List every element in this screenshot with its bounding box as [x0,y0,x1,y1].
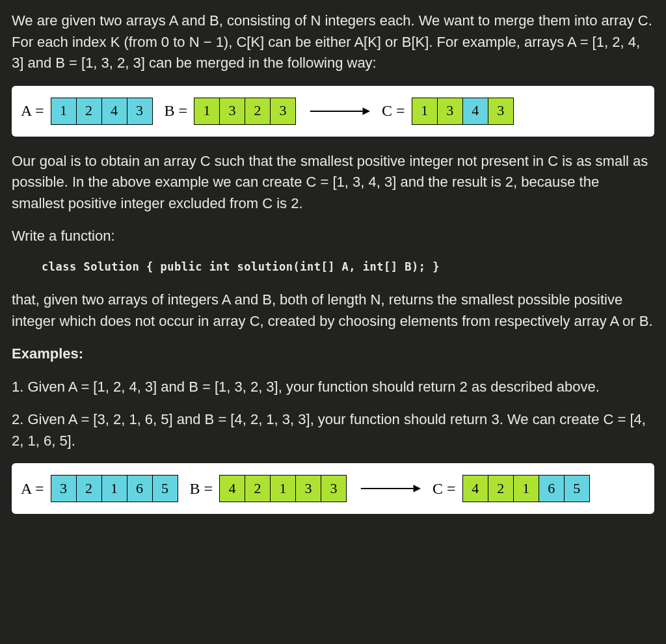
function-signature-code: class Solution { public int solution(int… [42,259,654,275]
diagram1-array-C: C = 1343 [382,98,514,125]
array-cell: 1 [513,475,539,502]
svg-marker-1 [363,107,371,115]
example-2: 2. Given A = [3, 2, 1, 6, 5] and B = [4,… [12,409,654,451]
examples-heading: Examples: [12,343,654,365]
write-function-label: Write a function: [12,226,654,247]
array-cell: 2 [488,475,514,502]
array-label: A = [21,477,44,501]
array-cell: 3 [127,98,153,125]
array-cell: 1 [194,98,220,125]
array-cell: 3 [321,475,347,502]
diagram2-array-C: C = 42165 [433,475,590,502]
svg-marker-3 [414,485,421,493]
problem-statement: We are given two arrays A and B, consist… [0,0,666,540]
array-cell: 2 [245,98,271,125]
array-cell: 3 [51,475,77,502]
array-label: A = [21,100,44,123]
array-cells: 32165 [51,475,178,502]
array-cell: 3 [437,98,463,125]
array-cell: 1 [270,475,296,502]
array-cell: 4 [462,98,488,125]
array-cell: 1 [412,98,438,125]
arrow-right-icon [308,101,370,122]
diagram-1: A = 1243 B = 1323 C = 1343 [12,86,654,137]
array-label: B = [165,100,188,123]
array-cell: 2 [245,475,271,502]
task-paragraph: that, given two arrays of integers A and… [12,289,654,332]
diagram2-array-B: B = 42133 [190,475,347,502]
array-label: B = [190,477,213,501]
array-cell: 4 [462,475,488,502]
arrow-right-icon [358,478,421,499]
array-cells: 1323 [194,98,296,125]
array-cell: 5 [152,475,178,502]
array-cell: 6 [539,475,565,502]
intro-paragraph: We are given two arrays A and B, consist… [12,10,654,74]
array-cell: 1 [51,98,77,125]
array-cell: 5 [564,475,590,502]
diagram1-array-B: B = 1323 [165,98,297,125]
diagram1-array-A: A = 1243 [21,98,153,125]
array-cell: 3 [219,98,245,125]
array-cells: 42165 [462,475,590,502]
array-cell: 4 [101,98,127,125]
array-cell: 1 [101,475,127,502]
array-cell: 3 [488,98,514,125]
array-cells: 1243 [51,98,153,125]
array-cells: 1343 [412,98,514,125]
array-cell: 3 [295,475,321,502]
goal-paragraph: Our goal is to obtain an array C such th… [12,151,654,215]
array-cell: 4 [219,475,245,502]
array-cells: 42133 [219,475,347,502]
diagram-2: A = 32165 B = 42133 C = 42165 [12,463,654,514]
array-label: C = [382,100,405,123]
example-1: 1. Given A = [1, 2, 4, 3] and B = [1, 3,… [12,377,654,398]
diagram2-array-A: A = 32165 [21,475,178,502]
array-cell: 3 [270,98,296,125]
array-cell: 2 [76,475,102,502]
array-label: C = [433,477,456,501]
array-cell: 6 [127,475,153,502]
array-cell: 2 [76,98,102,125]
